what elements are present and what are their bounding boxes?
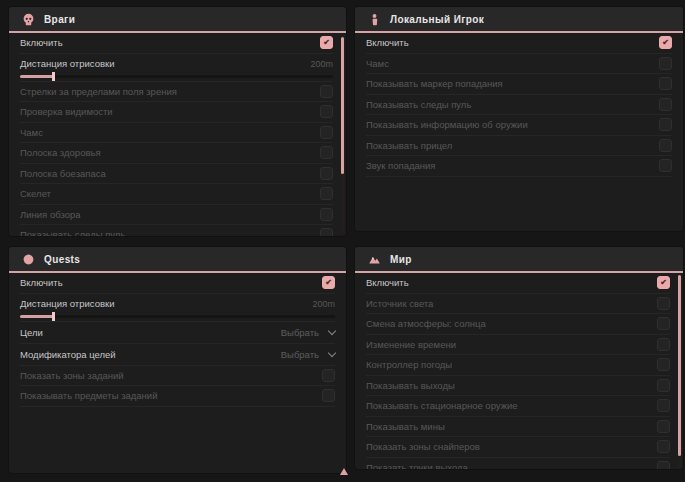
checkbox[interactable]: ✔ — [657, 276, 670, 289]
row-sniper-zones[interactable]: Показать зоны снайперов ✔ — [366, 437, 670, 458]
panel-quests-rows: Включить ✔ Дистанция отрисовки 200m Цели… — [9, 273, 346, 407]
slider-handle[interactable] — [52, 72, 55, 81]
row-stationary-weapons[interactable]: Показывать стационарное оружие ✔ — [366, 396, 670, 417]
checkbox[interactable]: ✔ — [659, 77, 672, 90]
checkbox[interactable]: ✔ — [320, 36, 333, 49]
targets-dropdown[interactable]: Выбрать — [281, 327, 335, 338]
target-modifiers-dropdown[interactable]: Выбрать — [281, 349, 335, 360]
scrollbar[interactable] — [678, 275, 681, 469]
checkbox[interactable]: ✔ — [320, 228, 333, 237]
checkbox[interactable]: ✔ — [659, 159, 672, 172]
checkbox[interactable]: ✔ — [322, 369, 335, 382]
row-quest-zones[interactable]: Показать зоны заданий ✔ — [20, 366, 335, 387]
checkbox[interactable]: ✔ — [659, 139, 672, 152]
row-exits[interactable]: Показывать выходы ✔ — [366, 376, 670, 397]
slider-track[interactable] — [20, 315, 335, 318]
row-hit-sound[interactable]: Звук попадания ✔ — [366, 156, 672, 177]
checkbox[interactable]: ✔ — [320, 187, 333, 200]
row-visibility-check[interactable]: Проверка видимости ✔ — [20, 102, 333, 123]
row-light-source[interactable]: Источник света ✔ — [366, 294, 670, 315]
slider-handle[interactable] — [52, 312, 55, 321]
checkbox[interactable]: ✔ — [657, 338, 670, 351]
checkbox[interactable]: ✔ — [659, 98, 672, 111]
checkbox[interactable]: ✔ — [657, 358, 670, 371]
row-crosshair[interactable]: Показывать прицел ✔ — [366, 136, 672, 157]
row-offscreen-arrows[interactable]: Стрелки за пределами поля зрения ✔ — [20, 82, 333, 103]
panel-enemies: Враги Включить ✔ Дистанция отрисовки 200… — [8, 6, 347, 237]
row-label: Показать точки выхода — [366, 462, 468, 470]
panel-title: Локальный Игрок — [390, 14, 484, 25]
checkbox[interactable]: ✔ — [320, 85, 333, 98]
row-skeleton[interactable]: Скелет ✔ — [20, 184, 333, 205]
row-label: Цели — [20, 327, 43, 338]
checkbox[interactable]: ✔ — [657, 461, 670, 470]
row-label: Чамс — [366, 58, 389, 69]
row-line-of-sight[interactable]: Линия обзора ✔ — [20, 205, 333, 226]
panel-enemies-header[interactable]: Враги — [9, 7, 346, 33]
panel-world-header[interactable]: Мир — [355, 247, 683, 273]
checkbox[interactable]: ✔ — [659, 57, 672, 70]
row-enable[interactable]: Включить ✔ — [366, 273, 670, 294]
row-enable[interactable]: Включить ✔ — [20, 33, 333, 54]
panel-local-player-header[interactable]: Локальный Игрок — [355, 7, 683, 33]
checkbox[interactable]: ✔ — [657, 379, 670, 392]
row-weapon-info[interactable]: Показывать информацию об оружии ✔ — [366, 115, 672, 136]
row-label: Включить — [20, 37, 63, 48]
row-label: Показывать стационарное оружие — [366, 400, 518, 411]
row-chams[interactable]: Чамс ✔ — [366, 54, 672, 75]
row-label: Полоска боезапаса — [20, 168, 106, 179]
checkbox[interactable]: ✔ — [322, 389, 335, 402]
row-quest-items[interactable]: Показывать предметы заданий ✔ — [20, 386, 335, 407]
checkbox[interactable]: ✔ — [320, 105, 333, 118]
row-exit-points[interactable]: Показать точки выхода ✔ — [366, 458, 670, 471]
row-label: Показывать предметы заданий — [20, 390, 157, 401]
row-bullet-traces[interactable]: Показывать следы пуль ✔ — [20, 225, 333, 237]
row-label: Модификатора целей — [20, 349, 116, 360]
row-label: Проверка видимости — [20, 106, 113, 117]
row-label: Дистанция отрисовки — [20, 58, 114, 69]
row-time-change[interactable]: Изменение времени ✔ — [366, 335, 670, 356]
scrollbar-thumb[interactable] — [341, 37, 344, 174]
checkbox[interactable]: ✔ — [657, 317, 670, 330]
row-enable[interactable]: Включить ✔ — [20, 273, 335, 294]
row-mines[interactable]: Показывать мины ✔ — [366, 417, 670, 438]
checkbox[interactable]: ✔ — [320, 167, 333, 180]
dropdown-value: Выбрать — [281, 327, 319, 338]
checkbox[interactable]: ✔ — [320, 208, 333, 221]
row-weather-controller[interactable]: Контроллер погоды ✔ — [366, 355, 670, 376]
checkbox[interactable]: ✔ — [320, 126, 333, 139]
panel-local-player-rows: Включить ✔ Чамс ✔ Показывать маркер попа… — [355, 33, 683, 177]
slider-track[interactable] — [20, 75, 333, 78]
checkbox[interactable]: ✔ — [320, 146, 333, 159]
checkbox[interactable]: ✔ — [657, 440, 670, 453]
row-ammo-bar[interactable]: Полоска боезапаса ✔ — [20, 164, 333, 185]
checkbox[interactable]: ✔ — [322, 276, 335, 289]
row-label: Показывать прицел — [366, 140, 452, 151]
check-icon: ✔ — [662, 39, 669, 47]
row-label: Изменение времени — [366, 339, 456, 350]
row-label: Полоска здоровья — [20, 147, 101, 158]
checkbox[interactable]: ✔ — [659, 36, 672, 49]
panel-quests-header[interactable]: Quests — [9, 247, 346, 273]
checkbox[interactable]: ✔ — [659, 118, 672, 131]
row-health-bar[interactable]: Полоска здоровья ✔ — [20, 143, 333, 164]
scrollbar-thumb[interactable] — [678, 275, 681, 456]
row-render-distance: Дистанция отрисовки 200m — [20, 294, 335, 322]
row-bullet-traces[interactable]: Показывать следы пуль ✔ — [366, 95, 672, 116]
row-label: Показывать следы пуль — [20, 229, 125, 237]
row-chams[interactable]: Чамс ✔ — [20, 123, 333, 144]
row-label: Стрелки за пределами поля зрения — [20, 86, 177, 97]
row-enable[interactable]: Включить ✔ — [366, 33, 672, 54]
row-label: Включить — [20, 277, 63, 288]
checkbox[interactable]: ✔ — [657, 297, 670, 310]
row-atmosphere-sun[interactable]: Смена атмосферы: солнца ✔ — [366, 314, 670, 335]
row-label: Показывать мины — [366, 421, 445, 432]
scrollbar[interactable] — [341, 35, 344, 234]
checkbox[interactable]: ✔ — [657, 399, 670, 412]
panel-world-rows: Включить ✔ Источник света ✔ Смена атмосф… — [355, 273, 683, 470]
checkbox[interactable]: ✔ — [657, 420, 670, 433]
skull-icon — [22, 13, 35, 26]
panel-quests: Quests Включить ✔ Дистанция отрисовки 20… — [8, 246, 347, 474]
row-label: Линия обзора — [20, 209, 81, 220]
row-hit-marker[interactable]: Показывать маркер попадания ✔ — [366, 74, 672, 95]
